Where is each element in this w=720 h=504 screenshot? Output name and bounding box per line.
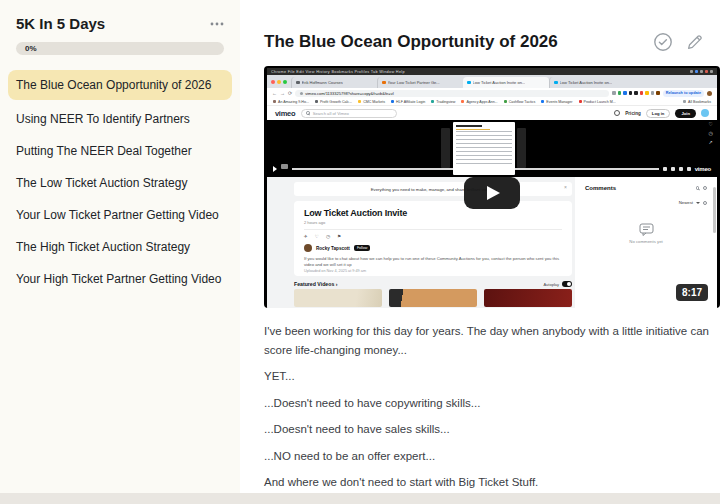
recording-url: vimeo.com/1133325798?share=copy&fr=vb&fe… (305, 91, 393, 96)
lesson-paragraph: ...NO need to be an offer expert... (264, 447, 720, 466)
sidebar-item-lesson-7[interactable]: Your High Ticket Partner Getting Video (8, 264, 232, 294)
duration-badge: 8:17 (676, 284, 708, 301)
play-icon (273, 166, 277, 172)
lesson-body-text: I've been working for this day for years… (264, 322, 720, 492)
featured-thumbnails (294, 289, 572, 307)
recording-inner-player: ♡ ◷ ↗ vimeo (267, 120, 717, 177)
chevron-down-icon (696, 202, 700, 204)
tab-favicon (296, 81, 300, 85)
sidebar-item-lesson-4[interactable]: The Low Ticket Auction Strategy (8, 168, 232, 198)
vimeo-player-brand: vimeo (695, 166, 711, 172)
recording-banner: Everything you need to make, manage, and… (294, 182, 572, 196)
lesson-header: The Blue Ocean Opportunity of 2026 (264, 32, 720, 52)
avatar (304, 244, 312, 252)
sidebar-item-lesson-3[interactable]: Putting The NEER Deal Together (8, 136, 232, 166)
recording-vimeo-header: vimeo Search all of Vimeo Pricing Log in… (267, 106, 717, 120)
like-icon: ♡ (315, 234, 319, 239)
back-icon: ← (272, 91, 277, 96)
tab-label: Low Ticket Auction Invite on... (473, 80, 526, 85)
sidebar-item-lesson-2[interactable]: Using NEER To Identify Partners (8, 104, 232, 134)
vimeo-avatar (701, 109, 709, 117)
recording-url-field: vimeo.com/1133325798?share=copy&fr=vb&fe… (295, 90, 609, 97)
all-bookmarks-label: All Bookmarks (688, 100, 711, 104)
comments-title: Comments (585, 185, 616, 191)
tab-favicon (554, 81, 558, 85)
gear-icon (703, 186, 707, 190)
recording-upload-date: Uploaded on Nov 4, 2025 at 9:49 am (304, 269, 562, 273)
tab-favicon (382, 81, 386, 85)
more-options-button[interactable] (210, 22, 224, 26)
lesson-list: The Blue Ocean Opportunity of 2026 Using… (0, 70, 240, 294)
video-player[interactable]: Chrome File Edit View History Bookmarks … (264, 66, 720, 308)
sidebar-item-lesson-1[interactable]: The Blue Ocean Opportunity of 2026 (8, 70, 232, 100)
recording-traffic-lights (271, 80, 287, 84)
volume-icon (663, 167, 667, 171)
autoplay-label: Autoplay (543, 282, 559, 287)
recording-time-ago: 2 hours ago (304, 220, 562, 225)
recording-player-controls: vimeo (273, 164, 711, 174)
site-info-icon (300, 92, 303, 95)
lesson-title: The Blue Ocean Opportunity of 2026 (264, 32, 558, 52)
author-name: Rocky Tapscott (316, 246, 350, 251)
comments-sort-label: Newest (679, 200, 693, 205)
player-side-actions: ♡ ◷ ↗ (709, 122, 713, 145)
recording-extension-icons (612, 91, 660, 95)
reload-icon: ⟳ (288, 91, 292, 96)
tab-label: Erik Hoffmann Courses (302, 80, 343, 85)
vimeo-logo: vimeo (275, 109, 295, 118)
check-circle-icon (653, 32, 673, 52)
search-icon (306, 111, 310, 115)
sidebar-item-lesson-6[interactable]: The High Ticket Auction Strategy (8, 232, 232, 262)
featured-thumb (294, 289, 382, 307)
recording-bookmarks-bar: An Amazing 9-Ho... Profit Growth Calc...… (267, 98, 717, 106)
flag-icon: ⚑ (337, 234, 341, 239)
featured-videos-label: Featured Videos › (294, 281, 337, 287)
vimeo-login-button: Log in (646, 109, 671, 118)
lesson-paragraph: And where we don't need to start with Bi… (264, 473, 720, 492)
bottom-scroll-gutter (0, 493, 720, 504)
pencil-icon (686, 33, 704, 51)
tab-label: Low Ticket Auction Invite on... (560, 80, 613, 85)
lesson-paragraph: YET... (264, 367, 720, 386)
pip-icon (679, 167, 683, 171)
tab-favicon (467, 81, 471, 85)
doc-ghost-right (517, 128, 526, 168)
browser-profile-avatar (707, 91, 712, 96)
relaunch-to-update-button: Relaunch to update (663, 90, 704, 97)
lesson-paragraph: ...Doesn't need to have copywriting skil… (264, 394, 720, 413)
recording-action-icons: ✈ ♡ ◷ ⚑ (304, 234, 562, 239)
settings-gear-icon (671, 167, 675, 171)
heart-icon: ♡ (709, 122, 713, 127)
sidebar-item-lesson-5[interactable]: Your Low Ticket Partner Getting Video (8, 200, 232, 230)
clock-icon: ◷ (709, 131, 713, 136)
course-title: 5K In 5 Days (16, 15, 210, 32)
recording-tab-active: Low Ticket Auction Invite on... (463, 77, 549, 88)
progress-label: 0% (25, 44, 37, 53)
share-icon: ✈ (304, 234, 308, 239)
recording-video-info-card: Low Ticket Auction Invite 2 hours ago ✈ … (294, 201, 572, 276)
edit-lesson-button[interactable] (686, 33, 704, 51)
tab-label: Your Low Ticket Partner Ge... (388, 80, 440, 85)
featured-thumb (484, 289, 572, 307)
recording-scrollbar (713, 187, 716, 233)
comment-bubble-icon (639, 223, 654, 236)
recording-address-bar: ← → ⟳ vimeo.com/1133325798?share=copy&fr… (267, 88, 717, 98)
recording-description: If you would like to chat about how we c… (304, 256, 562, 267)
recording-video-title: Low Ticket Auction Invite (304, 208, 562, 218)
vimeo-pricing-link: Pricing (625, 111, 641, 116)
player-control-icons (663, 167, 691, 171)
recording-macos-menubar: Chrome File Edit View History Bookmarks … (267, 68, 717, 75)
mark-complete-button[interactable] (653, 32, 673, 52)
recording-tab: Erik Hoffmann Courses (291, 77, 377, 88)
progress-bar: 0% (16, 42, 224, 55)
share-arrow-icon: ↗ (709, 140, 713, 145)
play-button[interactable] (464, 177, 520, 209)
fullscreen-icon (687, 167, 691, 171)
recording-tab: Your Low Ticket Partner Ge... (377, 77, 463, 88)
globe-icon (614, 110, 620, 116)
course-app: 5K In 5 Days 0% The Blue Ocean Opportuni… (0, 0, 720, 504)
autoplay-toggle (562, 281, 572, 287)
progress-track (292, 168, 659, 169)
sidebar-header: 5K In 5 Days (0, 0, 240, 32)
vimeo-search-placeholder: Search all of Vimeo (313, 111, 349, 116)
